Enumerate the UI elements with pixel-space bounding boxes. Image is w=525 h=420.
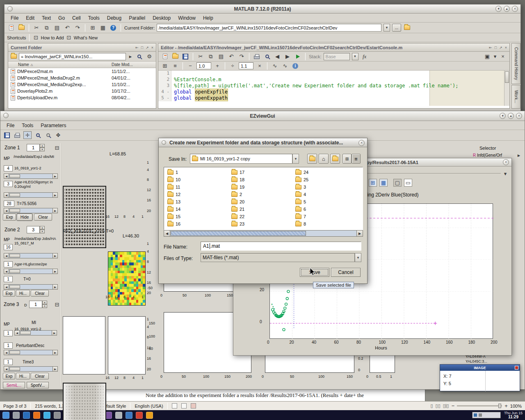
taskbar-app-icon[interactable] <box>23 412 30 419</box>
spin-up-icon[interactable]: ▲ <box>40 226 45 230</box>
scroll-right-icon[interactable]: ▶ <box>52 253 58 258</box>
spin-up-icon[interactable]: ▲ <box>40 144 45 148</box>
undo-icon[interactable]: ↶ <box>227 52 235 60</box>
menu-debug[interactable]: Debug <box>103 14 125 22</box>
cut-icon[interactable]: ✂ <box>196 52 205 60</box>
file-row[interactable]: DpertsUploadDev.m08/04/2... <box>8 94 156 101</box>
back-icon[interactable]: ◀ <box>273 52 281 60</box>
zone1-spinner[interactable]: 1▲▼ <box>27 144 45 151</box>
popout-icon[interactable]: ↗ <box>499 46 502 50</box>
current-folder-panel-header[interactable]: Current Folder ⇤□↗× <box>8 43 156 52</box>
zone3-field2[interactable]: 1 <box>4 342 13 349</box>
up-folder-icon[interactable] <box>307 154 317 164</box>
changes-icon[interactable] <box>191 403 196 409</box>
new-file-icon[interactable] <box>161 52 169 60</box>
zone3-spinner[interactable]: 1▲▼ <box>29 301 47 308</box>
close-icon[interactable]: × <box>516 113 522 119</box>
scroll-left-icon[interactable]: ◀ <box>4 253 9 258</box>
close-icon[interactable]: × <box>499 52 507 60</box>
zone-slider[interactable]: ◀▶ <box>4 366 58 372</box>
zoom-in-icon[interactable] <box>34 131 42 139</box>
grid-view-icon[interactable]: ⊞ <box>342 154 352 164</box>
folder-item[interactable]: 16 <box>167 221 180 226</box>
chevron-down-icon[interactable]: ▼ <box>352 53 358 60</box>
chevron-down-icon[interactable]: ▼ <box>355 253 361 262</box>
folder-item[interactable]: 5 <box>295 199 306 204</box>
editor-scrollbar[interactable] <box>504 71 509 106</box>
matlab-titlebar[interactable]: MATLAB 7.12.0 (R2011a) ▾▴× <box>5 5 520 14</box>
folder-item[interactable]: 10 <box>167 177 180 182</box>
plate-image-1[interactable] <box>63 186 106 248</box>
wave2-icon[interactable]: ∿ <box>281 62 289 70</box>
taskbar-app-icon[interactable] <box>33 412 40 419</box>
forward-icon[interactable]: ▶ <box>283 52 292 60</box>
multi-page-view-icon[interactable]: ▯▯ <box>436 403 441 409</box>
chevron-down-icon[interactable]: ▾ <box>502 170 508 178</box>
zoom-out-icon[interactable] <box>44 131 52 139</box>
zone2-field3[interactable]: 1 <box>4 276 13 282</box>
menu-help[interactable]: Help <box>199 14 217 22</box>
file-name-input[interactable]: A1.mat <box>201 242 361 251</box>
scroll-right-icon[interactable]: ▶ <box>52 269 58 274</box>
whats-new-link[interactable]: What's New <box>74 35 98 40</box>
folder-item[interactable]: 21 <box>231 207 244 212</box>
taskbar-app-icon[interactable] <box>115 412 122 419</box>
zoom-level[interactable]: 100% <box>510 404 522 409</box>
paste-icon[interactable]: ▤ <box>53 24 61 32</box>
value-field-2[interactable]: 1.1 <box>239 62 253 69</box>
tray-icon[interactable] <box>479 413 482 417</box>
redo-icon[interactable]: ↷ <box>237 52 246 60</box>
menu-edit[interactable]: Edit <box>22 14 38 22</box>
zone2-hide-button[interactable]: Hi... <box>16 290 30 297</box>
spin-up-icon[interactable]: ▲ <box>42 301 47 304</box>
scroll-left-icon[interactable]: ◀ <box>14 330 20 336</box>
zoom-out-icon[interactable]: − <box>452 403 455 409</box>
close-icon[interactable]: × <box>505 46 507 50</box>
zone1-exp-button[interactable]: Exp <box>3 214 16 221</box>
folder-item[interactable]: 18 <box>231 177 244 182</box>
line-number[interactable]: 1 <box>158 71 171 77</box>
file-row[interactable]: DMPexcel2mat_MediaDrug2exp...11/10/2... <box>8 81 156 88</box>
folder-item[interactable]: 4 <box>295 192 306 197</box>
help-icon[interactable]: ? <box>109 24 117 32</box>
taskbar-app-icon[interactable] <box>43 412 50 419</box>
menu-file[interactable]: File <box>7 14 22 22</box>
selector-item[interactable]: Infd(Gene/Orf <box>477 153 502 158</box>
writer-page[interactable]: Note the addition to the experiment fold… <box>84 390 425 401</box>
folder-item[interactable]: 6 <box>295 207 306 212</box>
print-icon[interactable] <box>13 131 21 139</box>
close-icon[interactable] <box>515 366 518 370</box>
minimize-icon[interactable]: ▾ <box>495 6 502 12</box>
simulink-icon[interactable]: ⊞ <box>89 24 97 32</box>
file-row[interactable]: DoverlayPlots2.m10/17/2... <box>8 88 156 94</box>
increase-icon[interactable]: + <box>213 62 221 70</box>
line-number[interactable]: 5 - <box>158 95 171 101</box>
run-icon[interactable] <box>294 52 302 60</box>
scroll-right-icon[interactable]: ▶ <box>52 366 58 372</box>
scroll-left-icon[interactable]: ◀ <box>164 230 170 237</box>
spin-down-icon[interactable]: ▼ <box>40 148 45 151</box>
zone1-hide-button[interactable]: Hide <box>17 214 32 221</box>
search-icon[interactable] <box>135 52 143 60</box>
copy-icon[interactable]: ⧉ <box>207 52 215 60</box>
scroll-right-icon[interactable]: ▶ <box>52 208 58 213</box>
paste-icon[interactable]: ▤ <box>217 52 225 60</box>
zone3-exp-button[interactable]: Exp <box>3 373 15 379</box>
zone3-hide-button[interactable]: Hi... <box>16 373 30 379</box>
folder-item[interactable]: 23 <box>231 221 244 226</box>
zoom-slider[interactable] <box>457 405 502 406</box>
folder-item[interactable]: 7 <box>295 214 306 219</box>
open-folder-icon[interactable] <box>171 52 179 60</box>
list-view-icon[interactable]: ≣ <box>352 154 361 164</box>
zone3-field1[interactable]: 1 <box>4 330 13 336</box>
zone2-clear-button[interactable]: Clear <box>31 290 49 297</box>
folder-icon[interactable] <box>11 54 17 59</box>
menu-cell[interactable]: Cell <box>68 14 84 22</box>
insert-cell-icon[interactable]: ⊞ <box>161 62 169 70</box>
selection-mode-icon[interactable] <box>181 403 187 409</box>
dock-left-icon[interactable]: ⇤ <box>135 46 139 50</box>
column-date[interactable]: Date Mod... <box>112 62 133 67</box>
zoom-slider-thumb[interactable] <box>498 404 501 408</box>
zone2-mp-count[interactable]: 16 <box>4 244 13 250</box>
gear-icon[interactable]: ⚙ <box>145 52 153 60</box>
